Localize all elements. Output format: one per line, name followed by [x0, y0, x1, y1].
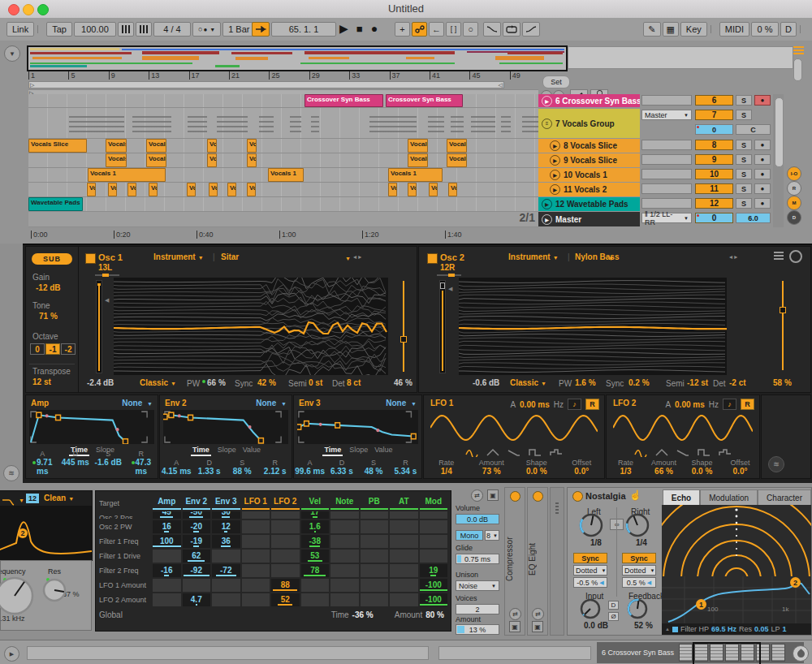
- osc1-prev-next-icons[interactable]: ◂ ▸: [353, 253, 361, 261]
- env-sustain[interactable]: 48 %: [358, 467, 390, 476]
- echo-tunnel-display[interactable]: [662, 505, 811, 576]
- left-division-value[interactable]: 1/8: [590, 538, 602, 547]
- track-routing[interactable]: ‖ 1/2 LL-RR▼: [641, 213, 692, 223]
- matrix-cell[interactable]: [361, 564, 389, 577]
- arm-button[interactable]: ●: [754, 95, 771, 106]
- osc2-position-value[interactable]: 58 %: [773, 378, 792, 387]
- stop-button[interactable]: ■: [356, 23, 363, 35]
- matrix-cell[interactable]: -92: [183, 564, 211, 577]
- matrix-cell[interactable]: [330, 511, 359, 519]
- time-ruler[interactable]: 0:000:200:401:001:201:40: [28, 231, 540, 240]
- osc2-pan-value[interactable]: 12R: [440, 263, 455, 272]
- env-sustain[interactable]: 88 %: [226, 467, 259, 476]
- unison-mode-menu[interactable]: Noise▼: [456, 580, 499, 591]
- solo-button[interactable]: S: [736, 183, 752, 194]
- left-offset-field[interactable]: -0.5 %◀: [573, 577, 607, 588]
- gain-value[interactable]: -12 dB: [36, 283, 61, 292]
- clip[interactable]: Vocals Slice: [408, 139, 428, 153]
- matrix-cell[interactable]: [242, 579, 270, 592]
- matrix-column-at[interactable]: AT: [390, 497, 418, 510]
- global-amount-value[interactable]: 80 %: [425, 610, 444, 619]
- osc2-pw-value[interactable]: 1.6 %: [575, 378, 596, 387]
- play-button[interactable]: ▶: [339, 22, 348, 35]
- capture-midi-icon[interactable]: [412, 22, 427, 37]
- matrix-cell[interactable]: [361, 511, 389, 519]
- filter-frequency-value[interactable]: 2.31 kHz: [0, 614, 25, 623]
- clip[interactable]: Vocals 1: [388, 168, 443, 182]
- matrix-column-amp[interactable]: Amp: [153, 497, 181, 510]
- matrix-cell[interactable]: [361, 550, 389, 563]
- matrix-cell[interactable]: [330, 593, 359, 606]
- osc2-wavetable-display[interactable]: [459, 278, 727, 375]
- track-number-button[interactable]: 12: [695, 198, 733, 209]
- osc2-pan-slider[interactable]: [437, 274, 461, 276]
- track-header[interactable]: ≡7 Vocals GroupMaster▼7S0C: [538, 109, 778, 139]
- track-header[interactable]: ▶11 Vocals 211S●: [538, 183, 778, 197]
- matrix-cell[interactable]: -100: [420, 593, 448, 606]
- device-view-selection[interactable]: [693, 642, 761, 664]
- matrix-cell[interactable]: [420, 520, 448, 533]
- arrangement-position-field[interactable]: 65. 1. 1: [271, 22, 336, 37]
- group-meter-field[interactable]: 0: [695, 124, 733, 135]
- osc2-sync-value[interactable]: 0.2 %: [628, 378, 650, 387]
- track-routing[interactable]: [641, 95, 692, 106]
- lfo-sync-note-icon[interactable]: ♪: [568, 399, 581, 410]
- env-attack[interactable]: 9.71 ms: [26, 458, 59, 476]
- right-offset-field[interactable]: 0.5 %◀: [622, 577, 656, 588]
- transpose-value[interactable]: 12 st: [32, 377, 51, 386]
- matrix-cell[interactable]: [390, 564, 418, 577]
- matrix-cell[interactable]: -20: [183, 520, 211, 533]
- env-graph[interactable]: [29, 410, 154, 444]
- sub-button[interactable]: SUB: [32, 253, 72, 265]
- glide-field[interactable]: 0.75 ms: [456, 554, 499, 564]
- filter-circuit-menu[interactable]: Clean▼: [44, 494, 74, 502]
- track-number-button[interactable]: 10: [695, 169, 733, 179]
- hotswap-wavetable-icon[interactable]: ≋: [768, 456, 784, 472]
- master-gain-field[interactable]: 6.0: [736, 213, 771, 223]
- matrix-cell[interactable]: 36: [212, 535, 240, 548]
- eq-eight-device[interactable]: EQ Eight ⇄ ▣: [527, 487, 548, 636]
- track-lane[interactable]: Vocals SliceVocals SliceVocals SliceVoca…: [28, 153, 538, 168]
- track-header[interactable]: ▶Master‖ 1/2 LL-RR▼06.0: [538, 212, 778, 227]
- echo-filter-display[interactable]: 1 2 100 1k: [662, 576, 811, 623]
- matrix-cell[interactable]: [271, 535, 300, 548]
- clip[interactable]: Vocals 2: [209, 183, 218, 196]
- matrix-cell[interactable]: 100: [153, 535, 181, 548]
- matrix-cell[interactable]: 12: [212, 520, 240, 533]
- matrix-cell[interactable]: [361, 579, 389, 592]
- filter-band-icon[interactable]: [672, 627, 678, 632]
- osc1-wavetable-menu[interactable]: Sitar: [221, 252, 239, 261]
- matrix-cell[interactable]: [330, 535, 359, 548]
- lfo-rate[interactable]: 1/4: [424, 467, 469, 476]
- right-mode-menu[interactable]: Dotted▼: [622, 565, 656, 576]
- track-lane[interactable]: Vocals 1Vocals 1Vocals 1: [28, 168, 538, 183]
- env-attack[interactable]: 4.15 ms: [160, 467, 193, 476]
- device-activator-icon[interactable]: [572, 491, 583, 502]
- matrix-column-lfo1[interactable]: LFO 1: [242, 497, 270, 510]
- osc1-pan-slider[interactable]: [95, 274, 119, 276]
- matrix-cell[interactable]: -100: [420, 579, 448, 592]
- osc2-position-slider[interactable]: [782, 281, 784, 370]
- matrix-cell[interactable]: 4.7: [183, 593, 211, 606]
- track-header[interactable]: ▶10 Vocals 110S●: [538, 168, 778, 183]
- arm-button[interactable]: ●: [754, 154, 771, 165]
- lfo-retrigger-button[interactable]: R: [585, 399, 599, 410]
- left-sync-button[interactable]: Sync: [573, 553, 607, 563]
- lfo-shape[interactable]: 0.0 %: [514, 467, 559, 476]
- device-thumbnail[interactable]: [679, 644, 693, 662]
- bar-ruler[interactable]: 15913172125293337414549: [28, 71, 540, 80]
- osc1-level-fader[interactable]: [96, 280, 102, 373]
- lfo-attack-value[interactable]: 0.00 ms: [675, 400, 705, 409]
- solo-button[interactable]: S: [736, 154, 752, 165]
- solo-button[interactable]: S: [736, 169, 752, 179]
- lfo-wave-display[interactable]: [430, 412, 598, 444]
- matrix-cell[interactable]: [390, 535, 418, 548]
- fader-handle-icon[interactable]: ◀: [448, 286, 452, 292]
- osc1-category-menu[interactable]: Instrument▼: [153, 252, 204, 261]
- matrix-cell[interactable]: [330, 550, 359, 563]
- env-sustain[interactable]: -1.6 dB: [92, 458, 125, 476]
- matrix-cell[interactable]: [361, 593, 389, 606]
- chevron-down-icon[interactable]: ▼: [19, 498, 24, 503]
- nudge-down-button[interactable]: [118, 22, 134, 37]
- track-routing[interactable]: [641, 169, 692, 179]
